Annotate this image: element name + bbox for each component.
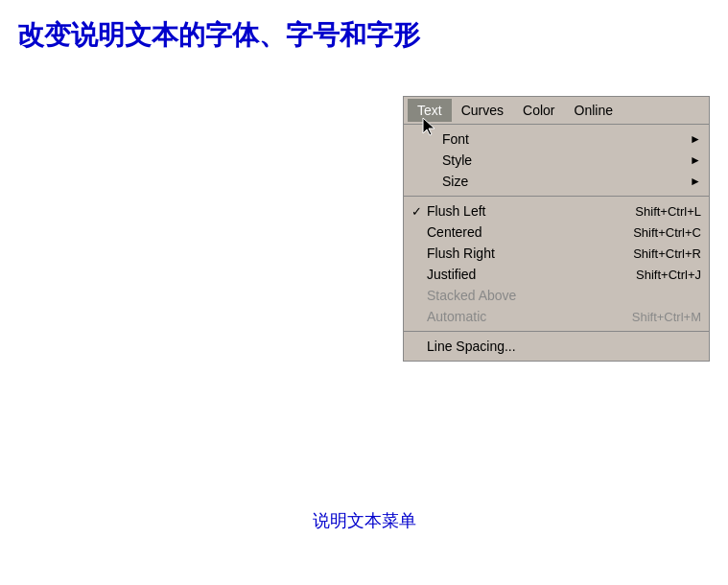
automatic-label: Automatic (427, 309, 622, 324)
menubar-item-text[interactable]: Text (408, 99, 452, 122)
menu-container: Text Curves Color Online Font ► Style ► (403, 96, 710, 362)
menu-item-line-spacing[interactable]: Line Spacing... (404, 336, 709, 357)
size-arrow: ► (690, 175, 701, 188)
automatic-shortcut: Shift+Ctrl+M (632, 310, 701, 324)
menubar-online-label: Online (575, 103, 613, 118)
centered-shortcut: Shift+Ctrl+C (633, 225, 701, 240)
check-flush-left: ✓ (411, 204, 427, 219)
font-label: Font (442, 131, 680, 147)
flush-right-label: Flush Right (427, 246, 623, 261)
flush-left-shortcut: Shift+Ctrl+L (635, 204, 701, 219)
line-spacing-label: Line Spacing... (427, 339, 692, 354)
menubar-color-label: Color (523, 103, 554, 118)
stacked-label: Stacked Above (427, 288, 692, 303)
menubar-curves-label: Curves (461, 103, 504, 118)
page-title: 改变说明文本的字体、字号和字形 (17, 17, 420, 54)
style-label: Style (442, 152, 680, 168)
style-arrow: ► (690, 153, 701, 167)
flush-left-label: Flush Left (427, 203, 625, 219)
font-arrow: ► (690, 132, 701, 146)
flush-right-shortcut: Shift+Ctrl+R (633, 246, 701, 261)
menu-item-size[interactable]: Size ► (404, 171, 709, 192)
menu-item-font[interactable]: Font ► (404, 129, 709, 150)
justified-label: Justified (427, 267, 626, 282)
caption: 说明文本菜单 (0, 509, 728, 532)
divider-2 (404, 331, 709, 332)
menu-item-style[interactable]: Style ► (404, 150, 709, 171)
justified-shortcut: Shift+Ctrl+J (636, 268, 701, 282)
centered-label: Centered (427, 224, 623, 240)
size-label: Size (442, 174, 680, 189)
menubar-item-color[interactable]: Color (513, 99, 564, 122)
menubar-item-online[interactable]: Online (565, 99, 622, 122)
menu-item-flush-left[interactable]: ✓ Flush Left Shift+Ctrl+L (404, 200, 709, 222)
menubar-text-label: Text (417, 103, 442, 118)
menu-bar: Text Curves Color Online (404, 97, 709, 125)
menu-item-centered[interactable]: Centered Shift+Ctrl+C (404, 222, 709, 243)
menu-item-justified[interactable]: Justified Shift+Ctrl+J (404, 264, 709, 285)
menu-items: Font ► Style ► Size ► ✓ Flush Left Shift… (404, 125, 709, 361)
menubar-item-curves[interactable]: Curves (452, 99, 513, 122)
divider-1 (404, 196, 709, 197)
menu-item-flush-right[interactable]: Flush Right Shift+Ctrl+R (404, 243, 709, 264)
menu-item-stacked-above: Stacked Above (404, 285, 709, 306)
menu-item-automatic: Automatic Shift+Ctrl+M (404, 306, 709, 327)
